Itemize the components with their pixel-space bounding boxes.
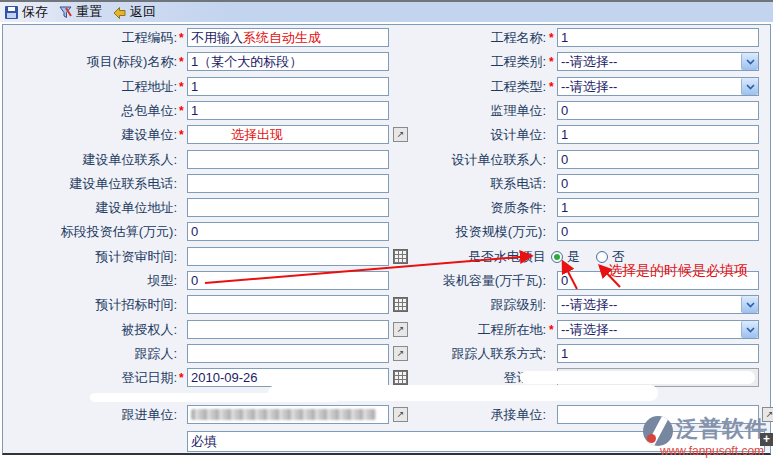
register-date-label: 登记日期: [2,368,177,387]
reset-icon [58,5,73,20]
investment-scale-label: 投资规模(万元): [400,222,546,241]
save-button-label: 保存 [22,3,48,21]
project-name-required-star: * [549,28,557,48]
section-investment-estimate-value: 0 [191,224,198,239]
tracker-contact-label: 跟踪人联系方式: [400,344,546,363]
qualification-input[interactable]: 1 [557,198,759,217]
follow-up-unit-label: 跟进单位: [2,405,177,424]
qualification-value: 1 [561,200,568,215]
dam-type-input[interactable]: 0 [187,271,389,290]
is-hydropower-label: 是否水电项目 [400,247,546,266]
project-type-select[interactable]: --请选择-- [557,77,759,96]
project-address-input[interactable]: 1 [187,77,389,96]
construction-unit-phone-label: 建设单位联系电话: [2,174,177,193]
project-type-required-star: * [549,77,557,97]
project-code-value: 不用输入 [191,30,243,45]
construction-unit-contact-input[interactable] [187,150,389,169]
project-category-select-value: --请选择-- [561,53,617,70]
project-name-input[interactable]: 1 [557,28,759,47]
project-code-input[interactable]: 不用输入系统自动生成 [187,28,389,47]
project-section-name-value: 1（某个大的标段） [191,54,302,69]
installed-capacity-value: 0 [561,273,568,288]
supervision-unit-value: 0 [561,103,568,118]
contact-phone-value: 0 [561,176,568,191]
project-code-label: 工程编码: [2,28,177,47]
project-category-required-star: * [549,52,557,72]
is-hydropower-radio-是[interactable] [551,251,563,263]
undertake-unit-label: 承接单位: [400,405,546,424]
tracker-contact-input[interactable]: 1 [557,344,759,363]
vendor-logo-icon [643,416,673,446]
expected-review-time-label: 预计资审时间: [2,247,177,266]
expected-bid-time-input[interactable] [187,295,389,314]
construction-unit-address-input[interactable] [187,198,389,217]
installed-capacity-label: 装机容量(万千瓦): [400,271,546,290]
contact-phone-input[interactable]: 0 [557,174,759,193]
qualification-label: 资质条件: [400,198,546,217]
design-unit-value: 1 [561,127,568,142]
supervision-unit-label: 监理单位: [400,101,546,120]
authorized-person-input[interactable] [187,320,389,339]
plus-icon[interactable]: + [760,433,773,446]
construction-unit-contact-label: 建设单位联系人: [2,150,177,169]
tracking-level-select[interactable]: --请选择-- [557,295,759,314]
project-code-required-star: * [179,28,187,48]
tracking-level-select-value: --请选择-- [561,296,617,313]
project-section-name-input[interactable]: 1（某个大的标段） [187,52,389,71]
construction-unit-phone-input[interactable] [187,174,389,193]
construction-unit-required-star: * [179,125,187,145]
project-category-select[interactable]: --请选择-- [557,52,759,71]
vendor-logo-name: 泛普软件 [676,414,768,444]
investment-scale-input[interactable]: 0 [557,222,759,241]
back-icon [112,5,127,20]
construction-unit-label: 建设单位: [2,125,177,144]
eraser-smudge [520,371,755,384]
reset-button[interactable]: 重置 [58,3,102,21]
is-hydropower-radio-否[interactable] [596,251,608,263]
project-address-value: 1 [191,79,198,94]
project-location-select[interactable]: --请选择-- [557,320,759,339]
dam-type-label: 坝型: [2,271,177,290]
toolbar: 保存 重置 返回 [0,0,773,22]
vendor-logo: 泛普软件 www.fanpusoft.com [640,411,773,459]
general-contractor-input[interactable]: 1 [187,101,389,120]
general-contractor-value: 1 [191,103,198,118]
construction-unit-red-hint: 选择出现 [191,127,283,142]
project-category-label: 工程类别: [400,52,546,71]
chevron-down-icon[interactable] [741,296,758,313]
chevron-down-icon[interactable] [741,78,758,95]
is-hydropower-radio-label-是: 是 [567,248,580,266]
general-contractor-required-star: * [179,101,187,121]
section-investment-estimate-input[interactable]: 0 [187,222,389,241]
project-edit-window: 保存 重置 返回 必填 选择是的时候是必填项 [0,0,773,462]
chevron-down-icon[interactable] [741,321,758,338]
dam-type-value: 0 [191,273,198,288]
project-code-red-hint: 系统自动生成 [243,30,321,45]
register-date-required-star: * [179,368,187,388]
follow-up-unit-input[interactable] [187,405,389,424]
section-investment-estimate-label: 标段投资估算(万元): [2,222,177,241]
register-date-value: 2010-09-26 [191,370,258,385]
construction-unit-address-label: 建设单位地址: [2,198,177,217]
reset-button-label: 重置 [76,3,102,21]
contact-phone-label: 联系电话: [400,174,546,193]
chevron-down-icon[interactable] [741,53,758,70]
project-address-required-star: * [179,77,187,97]
project-location-label: 工程所在地: [400,320,546,339]
follow-up-unit-redacted-value [191,409,376,420]
project-section-name-label: 项目(标段)名称: [2,52,177,71]
eraser-smudge [268,385,658,401]
save-button[interactable]: 保存 [4,3,48,21]
project-address-label: 工程地址: [2,77,177,96]
design-unit-input[interactable]: 1 [557,125,759,144]
supervision-unit-input[interactable]: 0 [557,101,759,120]
expected-review-time-input[interactable] [187,247,389,266]
design-unit-contact-input[interactable]: 0 [557,150,759,169]
construction-unit-input[interactable]: 选择出现 [187,125,389,144]
back-button-label: 返回 [130,3,156,21]
project-name-label: 工程名称: [400,28,546,47]
project-section-name-required-star: * [179,52,187,72]
project-location-required-star: * [549,320,557,340]
tracker-input[interactable] [187,344,389,363]
back-button[interactable]: 返回 [112,3,156,21]
